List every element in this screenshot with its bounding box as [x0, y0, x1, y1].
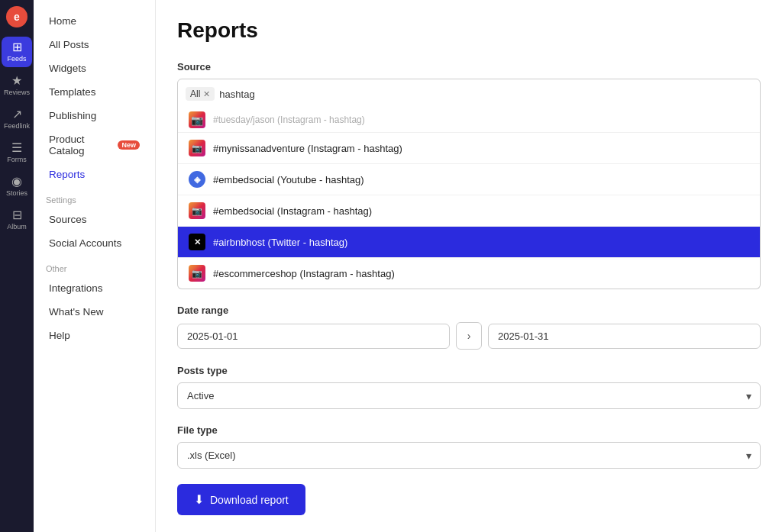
file-type-select-wrapper: .xls (Excel) .csv (CSV) .pdf (PDF)	[177, 442, 761, 469]
other-section-label: Other	[34, 255, 155, 276]
dropdown-item-3[interactable]: 📷 #embedsocial (Instagram - hashtag)	[178, 195, 760, 227]
date-range-group: Date range ›	[177, 305, 761, 350]
date-end-input[interactable]	[488, 324, 761, 349]
stories-icon: ◉	[11, 176, 22, 188]
posts-type-select-wrapper: Active Inactive All	[177, 382, 761, 409]
icon-rail: e ⊞ Feeds ★ Reviews ↗ Feedlink ☰ Forms ◉…	[0, 0, 34, 532]
dropdown-item-2[interactable]: ◈ #embedsocial (Youtube - hashtag)	[178, 164, 760, 195]
sidebar-item-social-accounts[interactable]: Social Accounts	[37, 231, 152, 255]
sidebar-item-help[interactable]: Help	[37, 324, 152, 347]
sidebar-item-integrations[interactable]: Integrations	[37, 276, 152, 300]
sidebar-item-publishing[interactable]: Publishing	[37, 104, 152, 127]
posts-type-select[interactable]: Active Inactive All	[177, 382, 761, 409]
source-search-box[interactable]: All ✕	[177, 79, 761, 109]
rail-label-forms: Forms	[7, 156, 27, 163]
sidebar-item-widgets[interactable]: Widgets	[37, 56, 152, 80]
source-tag-all[interactable]: All ✕	[186, 87, 215, 101]
rail-label-feeds: Feeds	[7, 55, 26, 63]
dropdown-item-4[interactable]: ✕ #airbnbhost (Twitter - hashtag)	[178, 227, 760, 258]
tag-close-icon[interactable]: ✕	[203, 89, 210, 99]
file-type-group: File type .xls (Excel) .csv (CSV) .pdf (…	[177, 424, 761, 469]
main-content: Reports Source All ✕ 📷 #tuesday/jason (I…	[156, 0, 782, 532]
feeds-icon: ⊞	[12, 41, 22, 53]
dropdown-item-1[interactable]: 📷 #mynissanadventure (Instagram - hashta…	[178, 133, 760, 164]
sidebar: Home All Posts Widgets Templates Publish…	[34, 0, 156, 532]
file-type-label: File type	[177, 424, 761, 436]
rail-item-stories[interactable]: ◉ Stories	[2, 171, 32, 202]
twitter-icon-4: ✕	[189, 234, 205, 250]
download-icon: ⬇	[194, 492, 204, 507]
download-button-label: Download report	[210, 494, 289, 506]
rail-label-reviews: Reviews	[4, 89, 30, 96]
date-arrow-button[interactable]: ›	[456, 322, 482, 350]
settings-section-label: Settings	[34, 186, 155, 208]
source-search-input[interactable]	[219, 89, 752, 100]
instagram-icon-0: 📷	[189, 111, 205, 128]
sidebar-item-product-catalog[interactable]: Product Catalog New	[37, 127, 152, 163]
sidebar-item-home[interactable]: Home	[37, 9, 152, 33]
album-icon: ⊟	[12, 209, 22, 221]
rail-label-stories: Stories	[6, 189, 27, 197]
sidebar-item-all-posts[interactable]: All Posts	[37, 33, 152, 56]
file-type-select[interactable]: .xls (Excel) .csv (CSV) .pdf (PDF)	[177, 442, 761, 469]
sidebar-item-whats-new[interactable]: What's New	[37, 300, 152, 324]
rail-item-album[interactable]: ⊟ Album	[2, 205, 32, 235]
instagram-icon-3: 📷	[189, 202, 205, 219]
posts-type-label: Posts type	[177, 365, 761, 376]
rail-item-reviews[interactable]: ★ Reviews	[2, 70, 32, 101]
rail-label-album: Album	[7, 223, 27, 231]
instagram-icon-1: 📷	[189, 140, 205, 156]
forms-icon: ☰	[11, 142, 22, 154]
arrow-right-icon: ›	[467, 330, 471, 342]
embedsocial-icon-2: ◈	[189, 171, 205, 188]
rail-item-feedlink[interactable]: ↗ Feedlink	[2, 104, 32, 134]
instagram-icon-5: 📷	[189, 265, 205, 282]
date-range-label: Date range	[177, 305, 761, 316]
feedlink-icon: ↗	[12, 108, 22, 121]
app-logo[interactable]: e	[6, 6, 27, 27]
page-title: Reports	[177, 18, 761, 43]
sidebar-item-templates[interactable]: Templates	[37, 80, 152, 104]
new-badge: New	[118, 140, 140, 150]
rail-item-feeds[interactable]: ⊞ Feeds	[2, 37, 32, 67]
sidebar-item-sources[interactable]: Sources	[37, 208, 152, 231]
rail-label-feedlink: Feedlink	[4, 122, 30, 130]
source-dropdown-list: 📷 #tuesday/jason (Instagram - hashtag) 📷…	[177, 108, 761, 289]
dropdown-item-5[interactable]: 📷 #escommerceshop (Instagram - hashtag)	[178, 258, 760, 289]
posts-type-group: Posts type Active Inactive All	[177, 365, 761, 409]
date-range-row: ›	[177, 322, 761, 350]
source-group: Source All ✕ 📷 #tuesday/jason (Instagram…	[177, 61, 761, 289]
reviews-icon: ★	[11, 75, 22, 87]
date-start-input[interactable]	[177, 324, 450, 349]
rail-item-forms[interactable]: ☰ Forms	[2, 137, 32, 168]
source-label: Source	[177, 61, 761, 73]
download-report-button[interactable]: ⬇ Download report	[177, 484, 305, 515]
dropdown-item-0[interactable]: 📷 #tuesday/jason (Instagram - hashtag)	[178, 108, 760, 133]
sidebar-item-reports[interactable]: Reports	[37, 163, 152, 186]
